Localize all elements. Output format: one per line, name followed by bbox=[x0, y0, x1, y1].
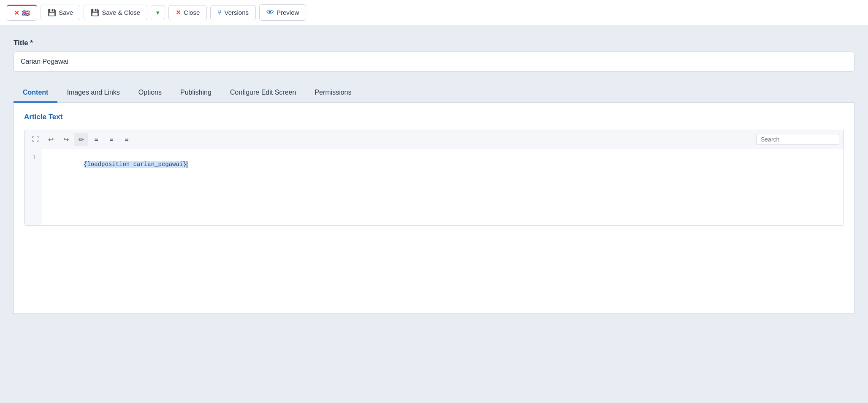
save-close-label: Save & Close bbox=[102, 9, 140, 16]
cursor bbox=[187, 161, 187, 168]
content-panel: Article Text ⛶ ↩ ↪ ✏ ≡ bbox=[14, 103, 854, 314]
tab-options[interactable]: Options bbox=[129, 84, 171, 103]
versions-label: Versions bbox=[224, 9, 249, 16]
format2-icon: ≡ bbox=[125, 136, 128, 143]
flag-icon: 🇬🇧 bbox=[22, 9, 30, 17]
redo-icon: ↪ bbox=[63, 136, 69, 144]
format1-button[interactable]: ≡ bbox=[105, 133, 118, 146]
undo-button[interactable]: ↩ bbox=[44, 133, 57, 146]
ordered-list-button[interactable]: ≡ bbox=[90, 133, 103, 146]
format2-button[interactable]: ≡ bbox=[120, 133, 133, 146]
main-content: Title * Content Images and Links Options… bbox=[0, 25, 868, 314]
ordered-list-icon: ≡ bbox=[94, 136, 98, 143]
code-content: {loadposition carian_pegawai} bbox=[84, 161, 187, 168]
tab-configure-edit-screen[interactable]: Configure Edit Screen bbox=[221, 84, 306, 103]
editor-body: 1 {loadposition carian_pegawai} bbox=[24, 149, 844, 225]
redo-button[interactable]: ↪ bbox=[59, 133, 73, 146]
close-button[interactable]: ✕ Close bbox=[168, 5, 207, 20]
close-icon: ✕ bbox=[14, 9, 19, 17]
title-field-group: Title * bbox=[14, 39, 854, 84]
line-number-1: 1 bbox=[33, 154, 36, 161]
undo-icon: ↩ bbox=[48, 136, 54, 144]
line-numbers: 1 bbox=[24, 149, 41, 225]
chevron-down-icon: ▾ bbox=[156, 9, 160, 16]
versions-icon: ⑂ bbox=[217, 9, 222, 16]
tab-permissions[interactable]: Permissions bbox=[305, 84, 361, 103]
save-dropdown-button[interactable]: ▾ bbox=[151, 5, 165, 20]
highlight-button[interactable]: ✏ bbox=[74, 133, 88, 146]
fullscreen-button[interactable]: ⛶ bbox=[29, 133, 42, 146]
save-button[interactable]: 💾 Save bbox=[41, 5, 80, 20]
tab-images-and-links[interactable]: Images and Links bbox=[57, 84, 129, 103]
tab-publishing[interactable]: Publishing bbox=[171, 84, 221, 103]
close-x-icon: ✕ bbox=[176, 9, 181, 16]
close-label: Close bbox=[184, 9, 200, 16]
preview-icon: 👁 bbox=[266, 8, 274, 17]
close-flag-button[interactable]: ✕ 🇬🇧 bbox=[7, 5, 37, 21]
preview-label: Preview bbox=[277, 9, 299, 16]
tabs: Content Images and Links Options Publish… bbox=[14, 84, 854, 103]
toolbar: ✕ 🇬🇧 💾 Save 💾 Save & Close ▾ ✕ Close ⑂ V… bbox=[0, 0, 868, 25]
editor: ⛶ ↩ ↪ ✏ ≡ ≡ ≡ bbox=[24, 130, 844, 226]
save-label: Save bbox=[59, 9, 73, 16]
fullscreen-icon: ⛶ bbox=[32, 136, 39, 143]
preview-button[interactable]: 👁 Preview bbox=[259, 4, 306, 21]
editor-search-input[interactable] bbox=[756, 134, 839, 145]
highlight-icon: ✏ bbox=[79, 136, 84, 144]
format1-icon: ≡ bbox=[109, 136, 113, 143]
save-close-button[interactable]: 💾 Save & Close bbox=[84, 5, 147, 20]
versions-button[interactable]: ⑂ Versions bbox=[210, 5, 256, 20]
tab-content[interactable]: Content bbox=[14, 84, 57, 103]
save-icon: 💾 bbox=[48, 8, 56, 16]
save-close-icon: 💾 bbox=[91, 8, 99, 16]
title-input[interactable] bbox=[14, 52, 854, 72]
article-text-heading: Article Text bbox=[24, 113, 844, 121]
editor-code-area[interactable]: {loadposition carian_pegawai} bbox=[41, 149, 844, 225]
title-field-label: Title * bbox=[14, 39, 854, 47]
editor-toolbar: ⛶ ↩ ↪ ✏ ≡ ≡ ≡ bbox=[24, 130, 844, 149]
